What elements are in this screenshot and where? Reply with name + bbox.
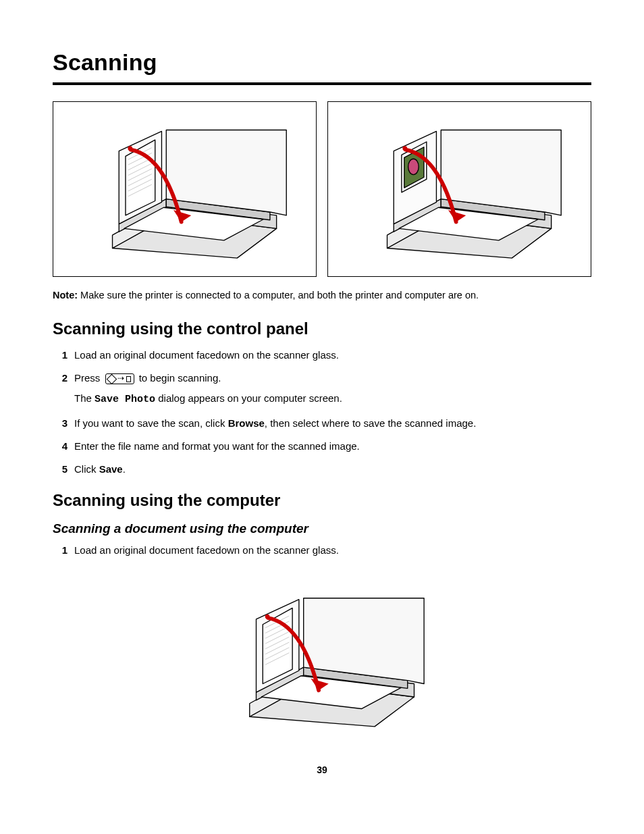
figure-scan-photo (327, 101, 591, 277)
scan-button-icon: ⇢ (105, 373, 134, 384)
svg-point-29 (408, 159, 419, 174)
figure-row (53, 101, 591, 277)
scanner-doc-illustration (53, 102, 316, 276)
list-item: 1 Load an original document facedown on … (53, 544, 591, 557)
steps-computer: 1 Load an original document facedown on … (53, 544, 591, 557)
mono-text: Save Photo (95, 394, 155, 405)
diamond-icon (106, 373, 117, 384)
step-text: Enter the file name and format you want … (74, 440, 591, 453)
arrow-icon: ⇢ (117, 374, 124, 382)
scanner-photo-illustration (328, 102, 591, 276)
step-body: Press ⇢ to begin scanning. The Save Phot… (74, 371, 591, 407)
list-item: 5 Click Save. (53, 463, 591, 476)
list-item: 3 If you want to save the scan, click Br… (53, 417, 591, 430)
title-rule (53, 82, 591, 85)
list-item: 4 Enter the file name and format you wan… (53, 440, 591, 453)
note-text: Make sure the printer is connected to a … (80, 290, 479, 301)
step-number: 3 (53, 417, 68, 430)
svg-point-18 (128, 146, 132, 151)
text: dialog appears on your computer screen. (158, 392, 342, 404)
figure-scan-document (53, 101, 317, 277)
text: If you want to save the scan, click (74, 417, 225, 429)
page-icon (126, 376, 131, 382)
manual-page: Scanning (0, 0, 644, 804)
step-number: 1 (53, 348, 68, 362)
step-text: Press (74, 372, 100, 384)
text: . (123, 463, 126, 475)
svg-point-31 (402, 146, 407, 151)
page-number: 39 (53, 764, 591, 777)
scanner-doc-illustration (190, 571, 454, 744)
text: Click (74, 463, 97, 475)
bold-text: Save (99, 463, 123, 475)
step-text: to begin scanning. (139, 372, 221, 384)
heading-control-panel: Scanning using the control panel (53, 318, 591, 340)
subheading-computer: Scanning a document using the computer (53, 520, 591, 538)
svg-point-50 (265, 614, 270, 619)
step-number: 2 (53, 371, 68, 385)
note: Note: Make sure the printer is connected… (53, 289, 591, 303)
text: The (74, 392, 92, 404)
step-number: 4 (53, 440, 68, 453)
page-title: Scanning (53, 47, 591, 78)
steps-control-panel: 1 Load an original document facedown on … (53, 348, 591, 477)
step-number: 1 (53, 544, 68, 557)
list-item: 1 Load an original document facedown on … (53, 348, 591, 362)
note-label: Note: (53, 290, 78, 301)
step-text: Load an original document facedown on th… (74, 544, 591, 557)
step-number: 5 (53, 463, 68, 476)
text: , then select where to save the scanned … (265, 417, 477, 429)
step-body: If you want to save the scan, click Brow… (74, 417, 591, 430)
list-item: 2 Press ⇢ to begin scanning. The Save Ph… (53, 371, 591, 407)
step-body: Click Save. (74, 463, 591, 476)
bold-text: Browse (228, 417, 265, 429)
figure-scan-document-center (190, 571, 454, 744)
step-subtext: The Save Photo dialog appears on your co… (74, 392, 591, 407)
heading-computer: Scanning using the computer (53, 490, 591, 511)
step-text: Load an original document facedown on th… (74, 348, 591, 362)
